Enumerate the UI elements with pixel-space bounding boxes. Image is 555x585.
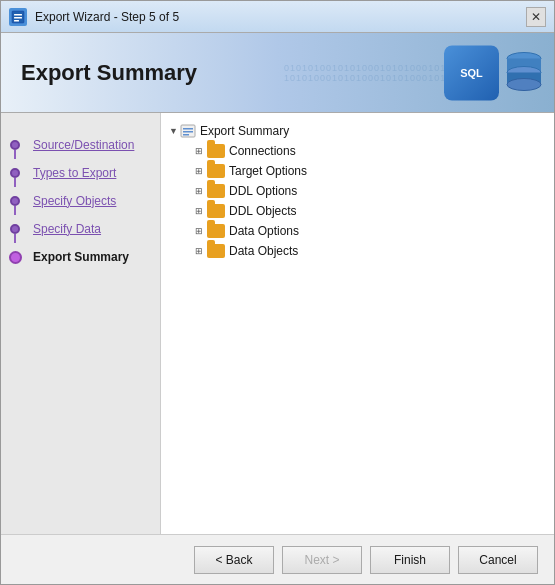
svg-rect-12: [183, 134, 189, 136]
step-dot-1: [10, 140, 20, 150]
title-bar: Export Wizard - Step 5 of 5 ✕: [1, 1, 554, 33]
root-expand-icon[interactable]: ▼: [169, 126, 178, 136]
expand-icon-connections[interactable]: ⊞: [191, 143, 207, 159]
connector-2: [1, 159, 29, 187]
cancel-button[interactable]: Cancel: [458, 546, 538, 574]
line-3: [14, 206, 16, 215]
export-summary-icon: [180, 123, 196, 139]
svg-rect-3: [14, 20, 19, 22]
svg-rect-10: [183, 128, 193, 130]
header-banner: Export Summary 0101010010101000101010001…: [1, 33, 554, 113]
folder-icon-data-options: [207, 224, 225, 238]
tree-label-ddl-options: DDL Options: [229, 184, 297, 198]
sidebar: Source/Destination Types to Export: [1, 113, 161, 534]
tree-label-ddl-objects: DDL Objects: [229, 204, 297, 218]
sidebar-item-export-summary: Export Summary: [1, 243, 160, 271]
tree-item-ddl-options[interactable]: ⊞ DDL Options: [191, 181, 546, 201]
svg-rect-1: [14, 14, 22, 16]
connector-5: [1, 243, 29, 271]
header-icon-group: SQL: [444, 45, 544, 100]
tree-label-connections: Connections: [229, 144, 296, 158]
step-dot-3: [10, 196, 20, 206]
folder-icon-data-objects: [207, 244, 225, 258]
window-title: Export Wizard - Step 5 of 5: [35, 10, 526, 24]
wizard-window: Export Wizard - Step 5 of 5 ✕ Export Sum…: [0, 0, 555, 585]
page-title: Export Summary: [21, 60, 197, 86]
line-1: [14, 150, 16, 159]
step-dot-5: [9, 251, 22, 264]
tree-root[interactable]: ▼ Export Summary: [169, 121, 546, 141]
tree-item-data-options[interactable]: ⊞ Data Options: [191, 221, 546, 241]
step-label-types-to-export[interactable]: Types to Export: [29, 166, 116, 180]
content-area: Source/Destination Types to Export: [1, 113, 554, 534]
step-dot-2: [10, 168, 20, 178]
sidebar-item-types-to-export[interactable]: Types to Export: [1, 159, 160, 187]
step-label-source-destination[interactable]: Source/Destination: [29, 138, 134, 152]
svg-point-8: [507, 78, 541, 90]
step-label-export-summary: Export Summary: [29, 250, 129, 264]
main-tree-panel: ▼ Export Summary ⊞ Connections: [161, 113, 554, 534]
sidebar-steps: Source/Destination Types to Export: [1, 123, 160, 279]
tree-item-target-options[interactable]: ⊞ Target Options: [191, 161, 546, 181]
app-icon: [9, 8, 27, 26]
svg-rect-11: [183, 131, 193, 133]
database-icon: [504, 53, 544, 93]
folder-icon-ddl-options: [207, 184, 225, 198]
expand-icon-ddl-options[interactable]: ⊞: [191, 183, 207, 199]
finish-button[interactable]: Finish: [370, 546, 450, 574]
step-label-specify-data[interactable]: Specify Data: [29, 222, 101, 236]
connector-4: [1, 215, 29, 243]
line-4: [14, 234, 16, 243]
folder-icon-connections: [207, 144, 225, 158]
expand-icon-target-options[interactable]: ⊞: [191, 163, 207, 179]
connector-3: [1, 187, 29, 215]
next-button[interactable]: Next >: [282, 546, 362, 574]
tree-item-ddl-objects[interactable]: ⊞ DDL Objects: [191, 201, 546, 221]
connector-1: [1, 131, 29, 159]
folder-icon-target-options: [207, 164, 225, 178]
tree-label-data-options: Data Options: [229, 224, 299, 238]
step-label-specify-objects[interactable]: Specify Objects: [29, 194, 116, 208]
step-dot-4: [10, 224, 20, 234]
expand-icon-data-options[interactable]: ⊞: [191, 223, 207, 239]
close-button[interactable]: ✕: [526, 7, 546, 27]
tree-root-label: Export Summary: [200, 124, 289, 138]
sidebar-item-specify-objects[interactable]: Specify Objects: [1, 187, 160, 215]
back-button[interactable]: < Back: [194, 546, 274, 574]
tree-label-data-objects: Data Objects: [229, 244, 298, 258]
tree-children: ⊞ Connections ⊞ Target Options ⊞ DDL Opt…: [191, 141, 546, 261]
tree-item-data-objects[interactable]: ⊞ Data Objects: [191, 241, 546, 261]
wizard-footer: < Back Next > Finish Cancel: [1, 534, 554, 584]
sql-badge: SQL: [444, 45, 499, 100]
folder-icon-ddl-objects: [207, 204, 225, 218]
tree-label-target-options: Target Options: [229, 164, 307, 178]
expand-icon-data-objects[interactable]: ⊞: [191, 243, 207, 259]
tree-item-connections[interactable]: ⊞ Connections: [191, 141, 546, 161]
sidebar-item-source-destination[interactable]: Source/Destination: [1, 131, 160, 159]
sidebar-item-specify-data[interactable]: Specify Data: [1, 215, 160, 243]
svg-rect-2: [14, 17, 22, 19]
expand-icon-ddl-objects[interactable]: ⊞: [191, 203, 207, 219]
line-2: [14, 178, 16, 187]
